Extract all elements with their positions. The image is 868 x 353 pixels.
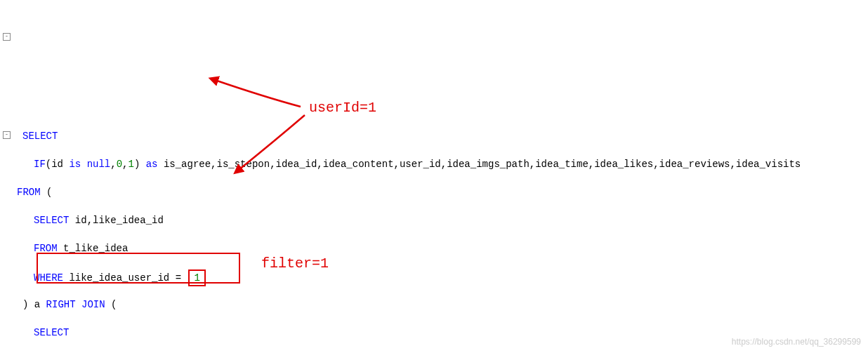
fold-marker[interactable]: - xyxy=(3,33,11,41)
code-line: WHERE like_idea_user_id = 1 xyxy=(6,269,868,284)
code-line: SELECT xyxy=(6,129,868,143)
fold-marker[interactable]: - xyxy=(3,131,11,139)
code-line: IF(id is null,0,1) as is_agree,is_stepon… xyxy=(6,157,868,171)
code-line: SELECT id,like_idea_id xyxy=(6,213,868,227)
code-line: FROM ( xyxy=(6,185,868,199)
code-line: ) a RIGHT JOIN ( xyxy=(6,298,868,312)
highlight-box-userid-1: 1 xyxy=(188,269,205,286)
watermark: https://blog.csdn.net/qq_36299599 xyxy=(732,335,861,349)
code-line: FROM t_like_idea xyxy=(6,241,868,255)
annotation-userid: userId=1 xyxy=(309,101,376,115)
annotation-filter: filter=1 xyxy=(261,257,329,271)
arrow-icon xyxy=(208,76,306,112)
